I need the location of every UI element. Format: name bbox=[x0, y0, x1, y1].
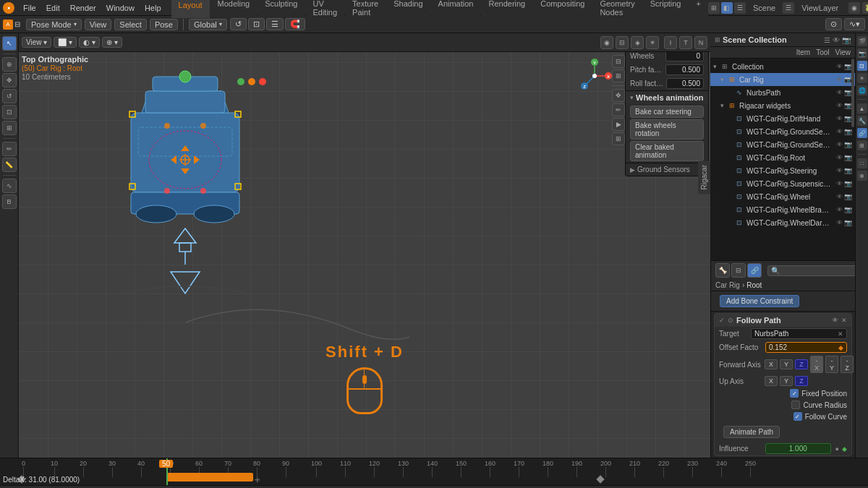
icon-bone-data[interactable]: ⊟ bbox=[731, 263, 746, 278]
influence-close-icon[interactable]: ● bbox=[835, 445, 839, 453]
view-menu[interactable]: View bbox=[85, 19, 112, 30]
fixed-position-checkbox[interactable]: ✓ bbox=[790, 389, 799, 398]
tool-measure[interactable]: 📏 bbox=[2, 158, 17, 172]
forward-axis-neg-z[interactable]: -Z bbox=[841, 356, 854, 373]
tree-vis-eye-7[interactable]: 👁 bbox=[836, 154, 843, 161]
tree-vis-eye-4[interactable]: 👁 bbox=[836, 115, 843, 122]
tree-item[interactable]: ⊡ WGT-CarRig.GroundSe… 👁 📷 bbox=[710, 138, 855, 151]
viewport-gizmo[interactable]: Y X Z bbox=[575, 56, 615, 98]
vp-view-dropdown[interactable]: View ▾ bbox=[22, 37, 51, 48]
scale-btn[interactable]: ⊡ bbox=[248, 18, 265, 30]
tool-transform[interactable]: ⊞ bbox=[2, 121, 17, 135]
tree-vis-render-5[interactable]: 📷 bbox=[844, 128, 852, 135]
strip-btn-modifier[interactable]: 🔧 bbox=[857, 116, 867, 126]
pose-menu[interactable]: Pose bbox=[150, 19, 178, 30]
vp-overlays[interactable]: ◐ ▾ bbox=[79, 37, 100, 48]
vp-viewport-shading[interactable]: ⬜ ▾ bbox=[54, 37, 77, 48]
bake-wheels-rotation-btn[interactable]: Bake wheels rotation bbox=[630, 119, 704, 140]
menu-item-window[interactable]: Window bbox=[102, 3, 139, 13]
vp-tool-grid[interactable]: ⊞ bbox=[612, 132, 625, 145]
pitch-value[interactable]: 0.500 bbox=[665, 64, 704, 75]
tool-relationship[interactable]: ∿ bbox=[2, 179, 17, 193]
tree-vis-eye-2[interactable]: 👁 bbox=[836, 89, 843, 96]
tab-add[interactable]: + bbox=[689, 0, 707, 18]
tree-vis-render-11[interactable]: 📷 bbox=[844, 206, 852, 213]
timeline-current-frame[interactable]: 50 bbox=[159, 460, 173, 468]
ground-sensors-row[interactable]: ▶ Ground Sensors bbox=[626, 163, 708, 176]
tool-cursor[interactable]: ⊕ bbox=[2, 57, 17, 72]
strip-btn-scene[interactable]: 🎬 bbox=[857, 36, 867, 46]
tree-item[interactable]: ⊡ WGT-CarRig.Suspensic… 👁 📷 bbox=[710, 177, 855, 190]
icon-outliner-toggle[interactable]: ☰ bbox=[783, 2, 794, 14]
vp-tool-video[interactable]: ▶ bbox=[612, 118, 625, 131]
tab-layout[interactable]: Layout bbox=[171, 0, 210, 18]
tab-modeling[interactable]: Modeling bbox=[210, 0, 258, 18]
tree-vis-eye-1[interactable]: 👁 bbox=[836, 76, 843, 83]
bone-search-input[interactable] bbox=[767, 265, 867, 276]
tab-sculpting[interactable]: Sculpting bbox=[258, 0, 305, 18]
tree-vis-render-10[interactable]: 📷 bbox=[844, 193, 852, 200]
strip-btn-constraint[interactable]: 🔗 bbox=[857, 128, 867, 138]
icon-filter[interactable]: ☰ bbox=[824, 36, 830, 44]
tree-vis-render-9[interactable]: 📷 bbox=[844, 180, 852, 187]
up-axis-x[interactable]: X bbox=[765, 376, 778, 386]
tree-vis-eye-9[interactable]: 👁 bbox=[836, 180, 843, 187]
strip-btn-physics[interactable]: ⊕ bbox=[857, 171, 867, 181]
icon-render-vis[interactable]: 📷 bbox=[842, 36, 851, 44]
strip-btn-world[interactable]: 🌐 bbox=[857, 85, 867, 95]
vp-tool-btn[interactable]: T bbox=[679, 36, 692, 49]
tab-uv-editing[interactable]: UV Editing bbox=[305, 0, 344, 18]
tree-item[interactable]: ⊡ WGT-CarRig.DriftHand 👁 📷 bbox=[710, 112, 855, 125]
viewport-shading-render[interactable]: ☀ bbox=[646, 36, 659, 49]
strip-btn-data[interactable]: ⊞ bbox=[857, 140, 867, 150]
tree-item[interactable]: ⊡ WGT-CarRig.Steering 👁 📷 bbox=[710, 164, 855, 177]
forward-axis-z[interactable]: Z bbox=[795, 359, 808, 369]
vp-tool-view[interactable]: ⊟ bbox=[612, 55, 625, 68]
tab-shading[interactable]: Shading bbox=[386, 0, 430, 18]
icon-render-engine[interactable]: ☰ bbox=[734, 2, 746, 14]
follow-path-header[interactable]: ✓ ⊙ Follow Path 👁 ✕ bbox=[715, 314, 851, 327]
tab-animation[interactable]: Animation bbox=[431, 0, 481, 18]
tool-scale[interactable]: ⊡ bbox=[2, 105, 17, 119]
animate-path-btn[interactable]: Animate Path bbox=[723, 426, 780, 438]
tree-vis-eye-10[interactable]: 👁 bbox=[836, 193, 843, 200]
proportional-falloff[interactable]: ∿▾ bbox=[844, 18, 865, 30]
wheels-value[interactable]: 0 bbox=[665, 51, 704, 61]
tree-vis-eye-6[interactable]: 👁 bbox=[836, 141, 843, 148]
tree-item[interactable]: ▾ ⊞ Car Rig 👁 📷 bbox=[710, 73, 855, 86]
vp-item-btn[interactable]: I bbox=[664, 36, 677, 49]
tree-vis-eye-12[interactable]: 👁 bbox=[836, 219, 843, 226]
forward-axis-neg-x[interactable]: -X bbox=[810, 356, 823, 373]
tree-vis-render-8[interactable]: 📷 bbox=[844, 167, 852, 174]
influence-value[interactable]: 1.000 bbox=[765, 443, 831, 454]
tree-item[interactable]: ⊡ WGT-CarRig.Root 👁 📷 bbox=[710, 151, 855, 164]
tree-item[interactable]: ⊡ WGT-CarRig.GroundSe… 👁 📷 bbox=[710, 125, 855, 138]
rigacar-tab[interactable]: Rigacar bbox=[698, 160, 710, 194]
icon-stats[interactable]: ◉ bbox=[848, 2, 860, 14]
tab-texture-paint[interactable]: Texture Paint bbox=[345, 0, 386, 18]
tool-b[interactable]: B bbox=[2, 194, 17, 209]
global-dropdown[interactable]: Global ▾ bbox=[189, 19, 227, 30]
tool-select[interactable]: ↖ bbox=[2, 36, 17, 51]
vp-tool-annotate2[interactable]: ✏ bbox=[612, 103, 625, 116]
tree-vis-render-7[interactable]: 📷 bbox=[844, 154, 852, 161]
up-axis-y[interactable]: Y bbox=[780, 376, 793, 386]
target-value[interactable]: NurbsPath ✕ bbox=[751, 328, 847, 339]
icon-bone-constraint[interactable]: 🔗 bbox=[747, 263, 762, 278]
add-bone-btn[interactable]: Add Bone Constraint bbox=[720, 295, 799, 307]
wheels-anim-header[interactable]: ▾ Wheels animation bbox=[626, 90, 708, 104]
bake-car-steering-btn[interactable]: Bake car steering bbox=[630, 106, 704, 118]
vp-tool-select2[interactable]: ⊞ bbox=[612, 69, 625, 82]
offset-value[interactable]: 0.152 ◆ bbox=[765, 342, 847, 353]
blender-logo-icon[interactable]: ● bbox=[3, 2, 14, 14]
viewport-shading-wire[interactable]: ⊟ bbox=[616, 36, 629, 49]
roll-value[interactable]: 0.500 bbox=[666, 78, 704, 89]
fp-eye-icon[interactable]: 👁 bbox=[832, 317, 838, 324]
fp-close-icon[interactable]: ✕ bbox=[841, 317, 847, 324]
forward-axis-y[interactable]: Y bbox=[780, 359, 793, 369]
viewport-3d[interactable]: View ▾ ⬜ ▾ ◐ ▾ ⊕ ▾ ◉ ⊟ ◈ ☀ I T N Top Ort… bbox=[19, 33, 710, 458]
icon-scene-selector[interactable]: ⊞ bbox=[708, 2, 720, 14]
snap-btn[interactable]: 🧲 bbox=[285, 18, 305, 30]
timeline[interactable]: 0102030405060708090100110120130140150160… bbox=[0, 458, 868, 485]
vp-n-btn[interactable]: N bbox=[694, 36, 707, 49]
